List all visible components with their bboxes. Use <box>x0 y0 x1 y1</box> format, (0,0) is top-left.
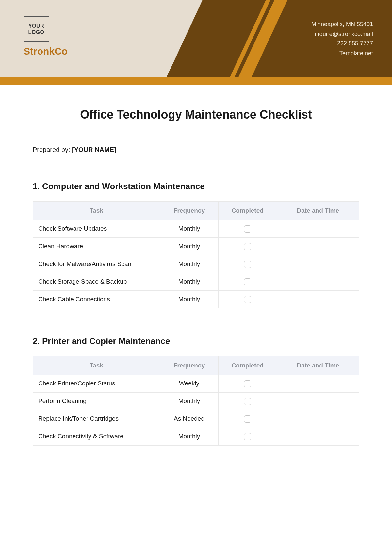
datetime-cell <box>277 428 359 445</box>
column-header-completed: Completed <box>218 202 277 220</box>
datetime-cell <box>277 375 359 392</box>
contact-email: inquire@stronkco.mail <box>311 29 373 39</box>
datetime-cell <box>277 273 359 290</box>
table-row: Replace Ink/Toner CartridgesAs Needed <box>33 410 359 428</box>
checkbox[interactable] <box>244 398 251 405</box>
prepared-by: Prepared by: [YOUR NAME] <box>33 146 359 154</box>
table-row: Perform CleaningMonthly <box>33 392 359 410</box>
contact-site: Template.net <box>311 49 373 58</box>
task-cell: Replace Ink/Toner Cartridges <box>33 410 160 428</box>
table-row: Check Storage Space & BackupMonthly <box>33 273 359 290</box>
completed-cell <box>218 428 277 445</box>
frequency-cell: Weekly <box>160 375 219 392</box>
section-title: 1. Computer and Workstation Maintenance <box>33 181 359 191</box>
checkbox[interactable] <box>244 380 251 387</box>
table-row: Check Printer/Copier StatusWeekly <box>33 375 359 392</box>
document-header: YOUR LOGO StronkCo Minneapolis, MN 55401… <box>0 0 392 85</box>
table-row: Check Software UpdatesMonthly <box>33 220 359 238</box>
checkbox[interactable] <box>244 296 251 303</box>
datetime-cell <box>277 290 359 308</box>
column-header-task: Task <box>33 356 160 375</box>
contact-info: Minneapolis, MN 55401 inquire@stronkco.m… <box>311 20 373 58</box>
checkbox[interactable] <box>244 416 251 423</box>
divider <box>33 168 359 168</box>
column-header-datetime: Date and Time <box>277 202 359 220</box>
task-cell: Check Connectivity & Software <box>33 428 160 445</box>
datetime-cell <box>277 392 359 410</box>
completed-cell <box>218 255 277 273</box>
divider <box>33 132 359 132</box>
completed-cell <box>218 220 277 238</box>
table-row: Check for Malware/Antivirus ScanMonthly <box>33 255 359 273</box>
checkbox[interactable] <box>244 243 251 250</box>
logo-placeholder: YOUR LOGO <box>24 16 49 42</box>
checklist-table: TaskFrequencyCompletedDate and TimeCheck… <box>33 356 359 446</box>
table-row: Check Cable ConnectionsMonthly <box>33 290 359 308</box>
frequency-cell: Monthly <box>160 392 219 410</box>
prepared-label: Prepared by: <box>33 146 72 153</box>
contact-address: Minneapolis, MN 55401 <box>311 20 373 29</box>
completed-cell <box>218 237 277 255</box>
checkbox[interactable] <box>244 278 251 285</box>
completed-cell <box>218 375 277 392</box>
page-title: Office Technology Maintenance Checklist <box>33 108 359 122</box>
completed-cell <box>218 410 277 428</box>
checkbox[interactable] <box>244 225 251 233</box>
completed-cell <box>218 290 277 308</box>
frequency-cell: As Needed <box>160 410 219 428</box>
company-name: StronkCo <box>24 46 68 57</box>
task-cell: Perform Cleaning <box>33 392 160 410</box>
task-cell: Check Software Updates <box>33 220 160 238</box>
task-cell: Check Printer/Copier Status <box>33 375 160 392</box>
completed-cell <box>218 273 277 290</box>
datetime-cell <box>277 410 359 428</box>
divider <box>33 323 359 323</box>
task-cell: Check Cable Connections <box>33 290 160 308</box>
datetime-cell <box>277 220 359 238</box>
datetime-cell <box>277 237 359 255</box>
frequency-cell: Monthly <box>160 428 219 445</box>
task-cell: Check for Malware/Antivirus Scan <box>33 255 160 273</box>
prepared-value: [YOUR NAME] <box>72 146 116 153</box>
section-title: 2. Printer and Copier Maintenance <box>33 336 359 346</box>
frequency-cell: Monthly <box>160 220 219 238</box>
frequency-cell: Monthly <box>160 273 219 290</box>
document-body: Office Technology Maintenance Checklist … <box>0 85 392 473</box>
contact-phone: 222 555 7777 <box>311 39 373 49</box>
task-cell: Check Storage Space & Backup <box>33 273 160 290</box>
table-row: Clean HardwareMonthly <box>33 237 359 255</box>
column-header-datetime: Date and Time <box>277 356 359 375</box>
diagonal-accent-left <box>0 0 12 85</box>
column-header-task: Task <box>33 202 160 220</box>
frequency-cell: Monthly <box>160 290 219 308</box>
checkbox[interactable] <box>244 261 251 268</box>
checklist-table: TaskFrequencyCompletedDate and TimeCheck… <box>33 201 359 308</box>
table-row: Check Connectivity & SoftwareMonthly <box>33 428 359 445</box>
completed-cell <box>218 392 277 410</box>
header-bottom-bar <box>0 77 392 85</box>
column-header-completed: Completed <box>218 356 277 375</box>
frequency-cell: Monthly <box>160 237 219 255</box>
column-header-frequency: Frequency <box>160 356 219 375</box>
datetime-cell <box>277 255 359 273</box>
task-cell: Clean Hardware <box>33 237 160 255</box>
checkbox[interactable] <box>244 433 251 440</box>
column-header-frequency: Frequency <box>160 202 219 220</box>
frequency-cell: Monthly <box>160 255 219 273</box>
